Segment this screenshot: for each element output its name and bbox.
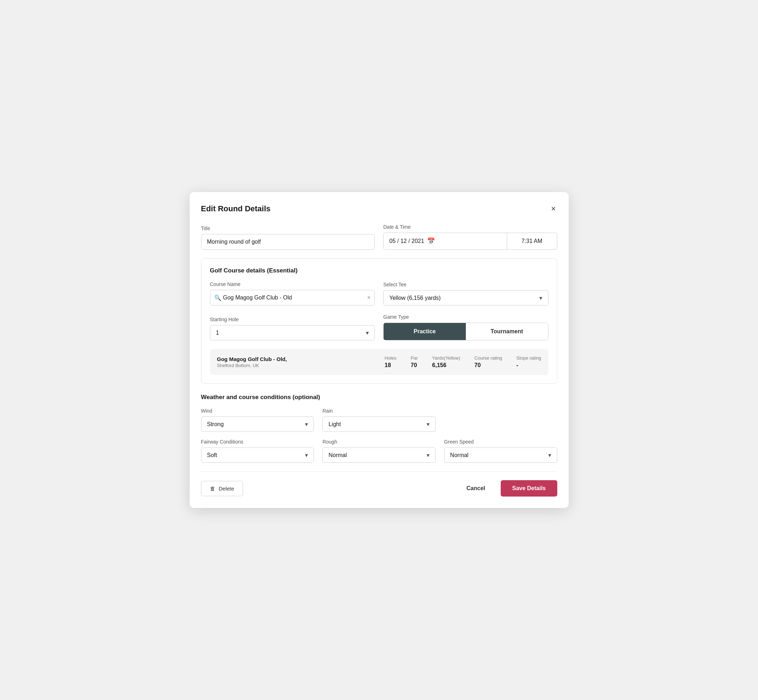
search-icon: 🔍 — [214, 295, 221, 301]
date-value: 05 / 12 / 2021 — [389, 238, 424, 244]
golf-course-section-title: Golf Course details (Essential) — [210, 267, 548, 274]
select-tee-group: Select Tee Yellow (6,156 yards) White Re… — [383, 282, 548, 306]
time-field[interactable]: 7:31 AM — [507, 233, 557, 249]
course-stat-holes: Holes 18 — [385, 355, 396, 369]
yards-value: 6,156 — [432, 362, 446, 369]
save-button[interactable]: Save Details — [501, 480, 557, 497]
title-datetime-row: Title Date & Time 05 / 12 / 2021 📅 7:31 … — [201, 224, 557, 250]
yards-label: Yards(Yellow) — [432, 355, 460, 361]
holes-label: Holes — [385, 355, 396, 361]
slope-rating-label: Slope rating — [516, 355, 541, 361]
time-value: 7:31 AM — [522, 238, 542, 244]
datetime-group: Date & Time 05 / 12 / 2021 📅 7:31 AM — [383, 224, 557, 250]
title-input[interactable] — [201, 234, 375, 250]
title-label: Title — [201, 225, 375, 231]
holes-value: 18 — [385, 362, 391, 369]
modal-header: Edit Round Details × — [201, 203, 557, 214]
starting-hole-dropdown[interactable]: 1234 5678 910 — [210, 325, 375, 341]
game-type-label: Game Type — [383, 314, 548, 320]
calendar-icon: 📅 — [427, 237, 435, 245]
fairway-group: Fairway Conditions SoftNormalHard ▼ — [201, 439, 314, 463]
rain-dropdown[interactable]: NoneLight ModerateHeavy — [323, 417, 435, 432]
footer-row: 🗑 Delete Cancel Save Details — [201, 480, 557, 497]
rough-group: Rough SoftNormalHard ▼ — [323, 439, 435, 463]
green-speed-group: Green Speed SlowNormal FastVery Fast ▼ — [444, 439, 557, 463]
rough-label: Rough — [323, 439, 435, 445]
edit-round-modal: Edit Round Details × Title Date & Time 0… — [190, 192, 568, 508]
course-stat-slope-rating: Slope rating - — [516, 355, 541, 369]
starting-hole-label: Starting Hole — [210, 317, 375, 322]
par-value: 70 — [411, 362, 417, 369]
fairway-dropdown[interactable]: SoftNormalHard — [201, 447, 314, 463]
course-stat-par: Par 70 — [411, 355, 418, 369]
par-label: Par — [411, 355, 418, 361]
date-time-wrapper: 05 / 12 / 2021 📅 7:31 AM — [383, 233, 557, 250]
course-tee-row: Course Name 🔍 × Select Tee Yellow (6,156… — [210, 281, 548, 306]
datetime-label: Date & Time — [383, 224, 557, 230]
course-name-label: Course Name — [210, 281, 375, 287]
course-info-bar: Gog Magog Golf Club - Old, Shelford Bott… — [210, 349, 548, 375]
wind-label: Wind — [201, 408, 314, 414]
golf-course-section: Golf Course details (Essential) Course N… — [201, 258, 557, 384]
rain-select-wrapper: NoneLight ModerateHeavy ▼ — [323, 417, 435, 432]
fairway-rough-greenspeed-row: Fairway Conditions SoftNormalHard ▼ Roug… — [201, 439, 557, 463]
course-name-group: Course Name 🔍 × — [210, 281, 375, 306]
close-button[interactable]: × — [550, 203, 557, 214]
starting-hole-group: Starting Hole 1234 5678 910 ▼ — [210, 317, 375, 341]
modal-title: Edit Round Details — [201, 204, 271, 213]
green-speed-select-wrapper: SlowNormal FastVery Fast ▼ — [444, 447, 557, 463]
fairway-label: Fairway Conditions — [201, 439, 314, 445]
rain-group: Rain NoneLight ModerateHeavy ▼ — [323, 408, 435, 432]
weather-section: Weather and course conditions (optional)… — [201, 394, 557, 463]
weather-section-title: Weather and course conditions (optional) — [201, 394, 557, 401]
select-tee-dropdown[interactable]: Yellow (6,156 yards) White Red Blue — [383, 290, 548, 306]
cancel-button[interactable]: Cancel — [459, 481, 492, 496]
rough-dropdown[interactable]: SoftNormalHard — [323, 447, 435, 463]
select-tee-wrapper: Yellow (6,156 yards) White Red Blue ▼ — [383, 290, 548, 306]
date-field[interactable]: 05 / 12 / 2021 📅 — [384, 233, 507, 249]
course-stat-yards: Yards(Yellow) 6,156 — [432, 355, 460, 369]
green-speed-dropdown[interactable]: SlowNormal FastVery Fast — [444, 447, 557, 463]
select-tee-label: Select Tee — [383, 282, 548, 288]
rough-select-wrapper: SoftNormalHard ▼ — [323, 447, 435, 463]
fairway-select-wrapper: SoftNormalHard ▼ — [201, 447, 314, 463]
trash-icon: 🗑 — [210, 486, 215, 492]
delete-button[interactable]: 🗑 Delete — [201, 481, 243, 496]
green-speed-label: Green Speed — [444, 439, 557, 445]
footer-right-actions: Cancel Save Details — [459, 480, 557, 497]
course-info-location: Shelford Bottom, UK — [217, 363, 370, 368]
footer-divider — [201, 471, 557, 472]
rain-label: Rain — [323, 408, 435, 414]
course-name-search-wrapper: 🔍 × — [210, 290, 375, 306]
wind-rain-row: Wind CalmLightModerate StrongVery Strong… — [201, 408, 557, 432]
hole-gametype-row: Starting Hole 1234 5678 910 ▼ Game Type … — [210, 314, 548, 341]
game-type-group: Game Type Practice Tournament — [383, 314, 548, 341]
starting-hole-wrapper: 1234 5678 910 ▼ — [210, 325, 375, 341]
wind-select-wrapper: CalmLightModerate StrongVery Strong ▼ — [201, 417, 314, 432]
game-type-toggle: Practice Tournament — [383, 323, 548, 341]
course-info-name: Gog Magog Golf Club - Old, — [217, 356, 370, 362]
slope-rating-value: - — [516, 362, 518, 369]
course-info-name-location: Gog Magog Golf Club - Old, Shelford Bott… — [217, 356, 370, 368]
wind-group: Wind CalmLightModerate StrongVery Strong… — [201, 408, 314, 432]
course-name-clear-icon[interactable]: × — [367, 295, 370, 301]
tournament-toggle-button[interactable]: Tournament — [466, 323, 548, 340]
course-stat-course-rating: Course rating 70 — [475, 355, 502, 369]
course-rating-label: Course rating — [475, 355, 502, 361]
course-name-input[interactable] — [210, 290, 375, 306]
course-rating-value: 70 — [475, 362, 481, 369]
wind-dropdown[interactable]: CalmLightModerate StrongVery Strong — [201, 417, 314, 432]
practice-toggle-button[interactable]: Practice — [384, 323, 466, 340]
delete-label: Delete — [219, 486, 234, 492]
title-group: Title — [201, 225, 375, 250]
